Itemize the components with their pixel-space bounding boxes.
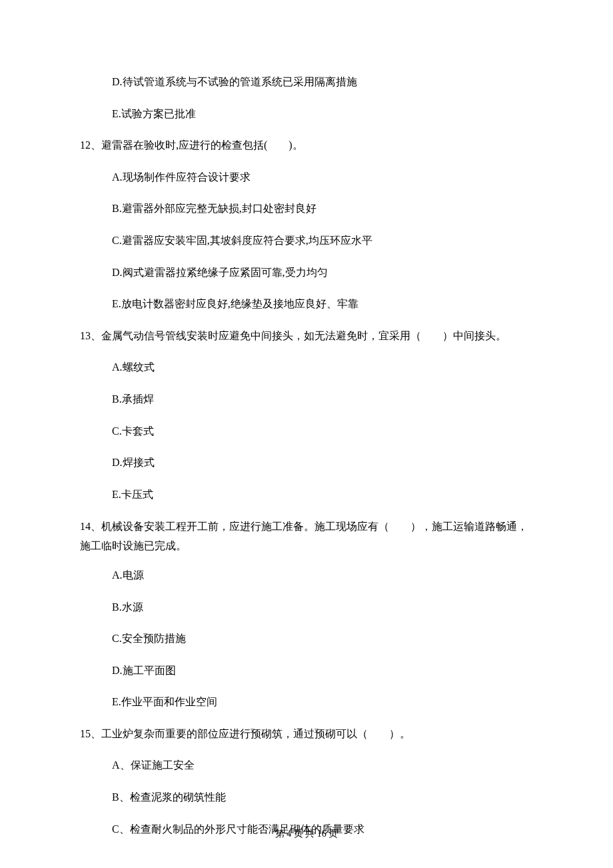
q13-option-d: D.焊接式 — [112, 454, 533, 471]
q14-option-c: C.安全预防措施 — [112, 630, 533, 647]
page-footer: 第 4 页 共 16 页 — [0, 827, 613, 841]
q15-option-b: B、检查泥浆的砌筑性能 — [112, 789, 533, 806]
option-d-prev: D.待试管道系统与不试验的管道系统已采用隔离措施 — [112, 73, 533, 91]
q12-option-d: D.阀式避雷器拉紧绝缘子应紧固可靠,受力均匀 — [112, 264, 533, 281]
question-12-stem: 12、避雷器在验收时,应进行的检查包括( )。 — [80, 137, 533, 154]
question-13-stem: 13、金属气动信号管线安装时应避免中间接头，如无法避免时，宜采用（ ）中间接头。 — [80, 327, 533, 345]
q12-option-a: A.现场制作件应符合设计要求 — [112, 169, 533, 186]
q14-option-d: D.施工平面图 — [112, 662, 533, 679]
q15-option-a: A、保证施工安全 — [112, 757, 533, 774]
q13-option-c: C.卡套式 — [112, 423, 533, 440]
q13-option-a: A.螺纹式 — [112, 359, 533, 376]
option-e-prev: E.试验方案已批准 — [112, 105, 533, 123]
q12-option-c: C.避雷器应安装牢固,其坡斜度应符合要求,均压环应水平 — [112, 232, 533, 249]
q12-option-e: E.放电计数器密封应良好,绝缘垫及接地应良好、牢靠 — [112, 295, 533, 313]
q14-option-e: E.作业平面和作业空间 — [112, 693, 533, 711]
question-15-stem: 15、工业炉复杂而重要的部位应进行预砌筑，通过预砌可以（ ）。 — [80, 725, 533, 743]
q12-option-b: B.避雷器外部应完整无缺损,封口处密封良好 — [112, 200, 533, 217]
q14-option-b: B.水源 — [112, 599, 533, 616]
q13-option-b: B.承插焊 — [112, 391, 533, 408]
question-14-stem: 14、机械设备安装工程开工前，应进行施工准备。施工现场应有（ ），施工运输道路畅… — [80, 517, 533, 556]
q13-option-e: E.卡压式 — [112, 486, 533, 503]
q14-option-a: A.电源 — [112, 567, 533, 584]
